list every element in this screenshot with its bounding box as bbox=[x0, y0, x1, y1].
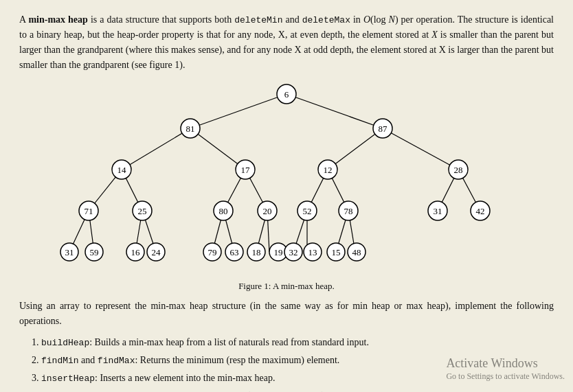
node-15-label: 15 bbox=[332, 247, 341, 257]
svg-line-2 bbox=[122, 128, 190, 170]
node-63-label: 63 bbox=[230, 247, 239, 257]
node-31-label: 31 bbox=[434, 206, 442, 216]
list-item-3-text: : Inserts a new element into the min-max… bbox=[95, 373, 275, 383]
node-48-label: 48 bbox=[352, 247, 361, 257]
svg-line-1 bbox=[286, 94, 383, 128]
node-18-label: 18 bbox=[252, 247, 261, 257]
code-deleteMin: deleteMin bbox=[234, 15, 282, 25]
node-24-label: 24 bbox=[152, 247, 161, 257]
node-6-label: 6 bbox=[284, 89, 289, 100]
svg-line-0 bbox=[190, 94, 286, 128]
list-item-1-text: : Builds a min-max heap from a list of n… bbox=[89, 337, 369, 347]
figure-caption: Figure 1: A min-max heap. bbox=[19, 281, 554, 292]
node-12-label: 12 bbox=[324, 165, 333, 175]
node-52-label: 52 bbox=[303, 206, 312, 216]
list-item-2-text: : Returns the minimum (resp the maximum)… bbox=[135, 355, 339, 365]
term-min-max-heap: min-max heap bbox=[28, 14, 87, 25]
node-59-label: 59 bbox=[90, 247, 99, 257]
main-content: A min-max heap is a data structure that … bbox=[19, 12, 554, 392]
node-17-label: 17 bbox=[241, 165, 251, 175]
node-13-label: 13 bbox=[308, 247, 317, 257]
node-87-label: 87 bbox=[379, 124, 388, 134]
code-buildHeap: buildHeap bbox=[41, 338, 89, 348]
tree-figure: .node-circle { fill: white; stroke: blac… bbox=[19, 79, 554, 278]
complexity: O bbox=[363, 14, 370, 25]
node-14-label: 14 bbox=[117, 165, 127, 175]
svg-line-4 bbox=[328, 128, 383, 170]
code-deleteMax: deleteMax bbox=[302, 15, 350, 25]
node-16-label: 16 bbox=[131, 247, 141, 257]
node-25-label: 25 bbox=[138, 206, 147, 216]
node-19-label: 19 bbox=[274, 247, 283, 257]
node-20-label: 20 bbox=[263, 206, 272, 216]
list-item-3: insertHeap: Inserts a new element into t… bbox=[41, 370, 554, 387]
node-31b-label: 31 bbox=[65, 247, 74, 257]
list-item-4: deleteMin and deleteMax: Deletes the min… bbox=[41, 388, 554, 392]
intro-paragraph: A min-max heap is a data structure that … bbox=[19, 12, 554, 72]
code-insertHeap: insertHeap bbox=[41, 373, 95, 384]
node-42-label: 42 bbox=[476, 206, 485, 216]
node-80-label: 80 bbox=[219, 206, 228, 216]
list-item-2-and: and bbox=[79, 355, 98, 365]
secondary-paragraph: Using an array to represent the min-max … bbox=[19, 299, 554, 328]
code-findMax: findMax bbox=[98, 356, 135, 366]
node-79-label: 79 bbox=[208, 247, 217, 257]
tree-svg: .node-circle { fill: white; stroke: blac… bbox=[39, 79, 534, 278]
operations-list: buildHeap: Builds a min-max heap from a … bbox=[41, 334, 554, 392]
node-32-label: 32 bbox=[289, 247, 298, 257]
code-findMin: findMin bbox=[41, 356, 79, 366]
node-71-label: 71 bbox=[85, 206, 93, 216]
svg-line-3 bbox=[190, 128, 245, 170]
node-78-label: 78 bbox=[344, 206, 353, 216]
list-item-2: findMin and findMax: Returns the minimum… bbox=[41, 352, 554, 369]
svg-line-5 bbox=[383, 128, 458, 170]
list-item-1: buildHeap: Builds a min-max heap from a … bbox=[41, 334, 554, 351]
node-81-label: 81 bbox=[186, 124, 195, 134]
node-28-label: 28 bbox=[454, 165, 463, 175]
